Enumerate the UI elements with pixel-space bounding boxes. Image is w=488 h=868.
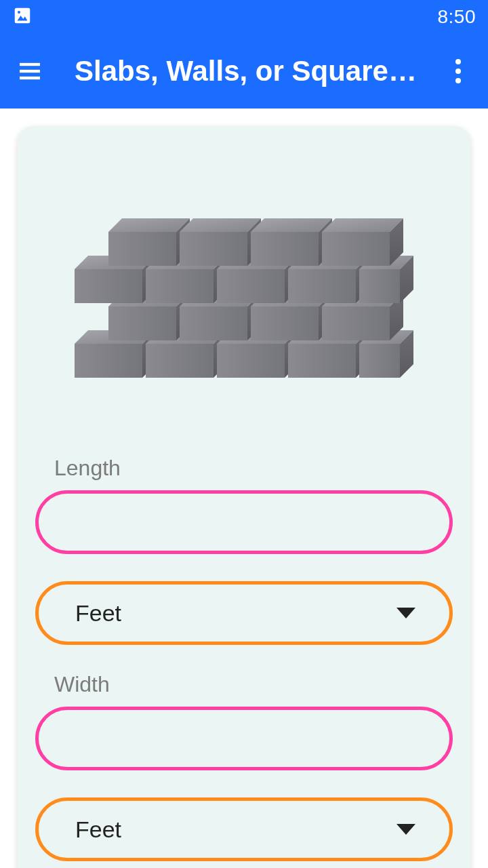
width-label: Width	[54, 672, 453, 697]
width-input[interactable]	[35, 707, 453, 770]
length-input[interactable]	[35, 490, 453, 554]
svg-rect-22	[108, 307, 176, 340]
svg-rect-25	[180, 307, 247, 340]
length-label: Length	[54, 456, 453, 481]
width-input-field[interactable]	[39, 710, 449, 767]
svg-marker-54	[251, 218, 332, 232]
overflow-menu-icon[interactable]	[443, 56, 473, 86]
width-unit-select[interactable]: Feet	[35, 797, 453, 861]
wall-illustration	[35, 144, 453, 456]
app-bar: Slabs, Walls, or Square…	[0, 34, 488, 108]
svg-rect-19	[359, 344, 400, 378]
svg-rect-49	[108, 232, 176, 266]
svg-rect-40	[217, 269, 285, 303]
status-bar: 8:50	[0, 0, 488, 34]
svg-rect-58	[322, 232, 390, 266]
svg-marker-51	[180, 218, 261, 232]
svg-rect-55	[251, 232, 319, 266]
svg-marker-57	[322, 218, 403, 232]
svg-rect-46	[359, 269, 400, 303]
length-unit-text: Feet	[75, 600, 121, 627]
svg-rect-16	[288, 344, 356, 378]
svg-point-2	[18, 11, 20, 14]
clock: 8:50	[438, 6, 476, 28]
svg-rect-10	[146, 344, 214, 378]
svg-rect-0	[15, 8, 30, 24]
chevron-down-icon	[396, 608, 415, 618]
svg-rect-31	[322, 307, 390, 340]
picture-icon	[12, 5, 33, 28]
width-unit-text: Feet	[75, 816, 121, 843]
length-unit-select[interactable]: Feet	[35, 581, 453, 645]
svg-rect-52	[180, 232, 247, 266]
svg-rect-7	[75, 344, 142, 378]
svg-rect-43	[288, 269, 356, 303]
svg-rect-34	[75, 269, 142, 303]
menu-icon[interactable]	[15, 56, 45, 86]
page-title: Slabs, Walls, or Square…	[75, 55, 443, 87]
svg-rect-13	[217, 344, 285, 378]
svg-rect-28	[251, 307, 319, 340]
length-input-field[interactable]	[39, 494, 449, 551]
chevron-down-icon	[396, 824, 415, 835]
svg-marker-48	[108, 218, 190, 232]
form-card: Length Feet Width Feet	[18, 126, 470, 868]
svg-rect-37	[146, 269, 214, 303]
